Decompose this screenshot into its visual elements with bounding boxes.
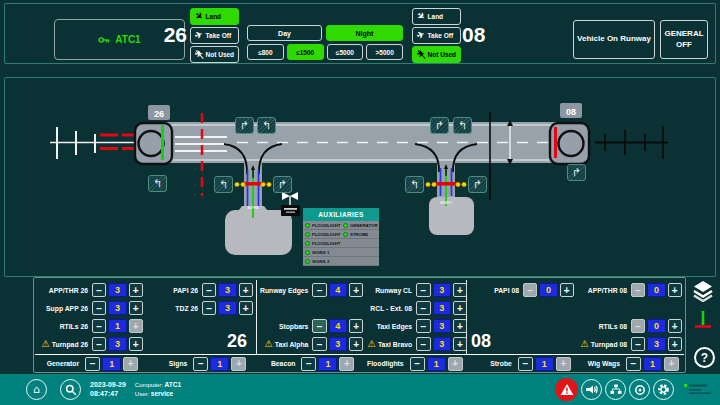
stepper-plus-button[interactable]: +	[129, 337, 143, 351]
turn-left-button[interactable]: ↰	[257, 117, 276, 134]
mode-label: Not Used	[206, 51, 235, 58]
turn-right-button[interactable]: ↱	[430, 117, 449, 134]
turn-right-button[interactable]: ↱	[235, 117, 254, 134]
status-on-light	[343, 223, 348, 228]
stepper-plus-button[interactable]: +	[560, 283, 574, 297]
home-button[interactable]: ⌂	[26, 379, 47, 400]
stepper-plus-button[interactable]: +	[453, 319, 467, 333]
stepper-label: Taxi Edges	[367, 323, 412, 330]
turn-right-button[interactable]: ↱	[468, 176, 487, 193]
stepper-minus-button[interactable]: −	[202, 283, 216, 297]
stepper-plus-button[interactable]: +	[129, 283, 143, 297]
mode-take-off-button[interactable]: ✈Take Off	[412, 27, 461, 44]
utility-control: Strobe−1+	[468, 357, 576, 371]
stepper-minus-button[interactable]: −	[626, 357, 641, 371]
night-button[interactable]: Night	[326, 25, 403, 41]
network-topology-button[interactable]	[605, 379, 626, 400]
mode-not-used-button[interactable]: ✈Not Used	[190, 46, 239, 63]
stepper: −3+	[416, 337, 467, 351]
stepper-plus-button[interactable]: +	[453, 283, 467, 297]
settings-button[interactable]	[653, 379, 674, 400]
aux-label: SIGNS 1	[312, 250, 329, 255]
stepper-minus-button[interactable]: −	[416, 337, 430, 351]
stepper-minus-button[interactable]: −	[85, 357, 100, 371]
stepper-minus-button: −	[523, 283, 537, 297]
brightness-800-button[interactable]: ≤800	[247, 44, 284, 60]
stepper-plus-button[interactable]: +	[349, 337, 363, 351]
runway-threshold-icon[interactable]	[690, 309, 716, 331]
stepper: −3+	[202, 283, 253, 297]
stepper-minus-button[interactable]: −	[518, 357, 533, 371]
stepper-plus-button[interactable]: +	[239, 283, 253, 297]
stepper-plus-button[interactable]: +	[349, 319, 363, 333]
stepper-plus-button[interactable]: +	[668, 337, 682, 351]
stepper-minus-button[interactable]: −	[92, 319, 106, 333]
turn-left-button[interactable]: ↰	[405, 176, 424, 193]
turn-right-icon: ↱	[240, 120, 249, 131]
stepper-plus-button[interactable]: +	[453, 337, 467, 351]
stepper-plus-button[interactable]: +	[239, 301, 253, 315]
mode-land-button[interactable]: ✈Land	[190, 8, 239, 25]
active-alarm-button[interactable]	[555, 378, 578, 401]
stepper-value: 4	[329, 283, 347, 297]
stepper-minus-button[interactable]: −	[312, 337, 326, 351]
mode-not-used-button[interactable]: ✈Not Used	[412, 46, 461, 63]
alarm-silence-button[interactable]	[581, 379, 602, 400]
stepper-minus-button[interactable]: −	[312, 283, 326, 297]
stepper-minus-button[interactable]: −	[301, 357, 316, 371]
stepper-minus-button[interactable]: −	[416, 283, 430, 297]
brightness-5000-button[interactable]: >5000	[366, 44, 403, 60]
stepper-label-text: RCL - Ext. 08	[370, 305, 412, 312]
utility-control: Beacon−1+	[251, 357, 359, 371]
sitemap-icon	[610, 384, 622, 395]
stepper-plus-button[interactable]: +	[453, 301, 467, 315]
atc1-label: ATC1	[115, 34, 140, 45]
stepper-minus-button[interactable]: −	[92, 337, 106, 351]
brightness-1500-button[interactable]: ≤1500	[287, 44, 324, 60]
stepper: −1+	[626, 357, 679, 371]
stepper-minus-button: −	[631, 283, 645, 297]
layers-icon[interactable]	[690, 280, 716, 302]
turn-left-button[interactable]: ↰	[148, 175, 167, 192]
stepper-plus-button[interactable]: +	[668, 319, 682, 333]
apron-alpha	[225, 210, 292, 255]
stepper-label-text: APP/THR 08	[588, 287, 627, 294]
stepper-minus-button[interactable]: −	[202, 301, 216, 315]
stepper-value: 3	[647, 337, 665, 351]
stepper-minus-button[interactable]: −	[312, 319, 326, 333]
stepper-plus-button[interactable]: +	[349, 283, 363, 297]
mode-land-button[interactable]: ✈Land	[412, 8, 461, 25]
runway-26-lighting-group: APP/THR 26−3+PAPI 26−3+Supp APP 26−3+TDZ…	[34, 281, 256, 354]
stepper-value: 1	[643, 357, 662, 371]
target-status-button[interactable]	[629, 379, 650, 400]
stepper-minus-button[interactable]: −	[416, 301, 430, 315]
stepper-minus-button[interactable]: −	[410, 357, 425, 371]
turn-right-button[interactable]: ↱	[567, 164, 586, 181]
stepper-minus-button[interactable]: −	[92, 283, 106, 297]
turn-left-button[interactable]: ↰	[453, 117, 472, 134]
vehicle-on-runway-button[interactable]: Vehicle On Runway	[573, 20, 655, 59]
stepper-value: 3	[218, 283, 236, 297]
stepper-minus-button[interactable]: −	[631, 337, 645, 351]
wigwag-light	[235, 182, 240, 187]
day-button[interactable]: Day	[247, 25, 322, 41]
stepper-plus-button[interactable]: +	[668, 283, 682, 297]
runway-shared-lighting-group: Runway Edges−4+Runway CL−3+RCL - Ext. 08…	[257, 281, 466, 354]
turn-right-button[interactable]: ↱	[273, 176, 292, 193]
help-button[interactable]: ?	[694, 347, 715, 368]
stepper-value: 3	[433, 319, 451, 333]
stepper-label: APP/THR 26	[37, 287, 88, 294]
search-button[interactable]	[60, 379, 81, 400]
stepper-minus-button[interactable]: −	[193, 357, 208, 371]
stepper-value: 4	[329, 319, 347, 333]
plane-crossed-icon: ✈	[417, 50, 425, 59]
stepper-value: 1	[102, 357, 121, 371]
general-off-button[interactable]: GENERAL OFF	[660, 20, 708, 59]
brightness-5000-button[interactable]: ≤5000	[327, 44, 364, 60]
mode-take-off-button[interactable]: ✈Take Off	[190, 27, 239, 44]
group-26-number: 26	[227, 331, 247, 352]
stepper-plus-button[interactable]: +	[129, 301, 143, 315]
stepper-minus-button[interactable]: −	[92, 301, 106, 315]
stepper-minus-button[interactable]: −	[416, 319, 430, 333]
turn-left-button[interactable]: ↰	[214, 176, 233, 193]
